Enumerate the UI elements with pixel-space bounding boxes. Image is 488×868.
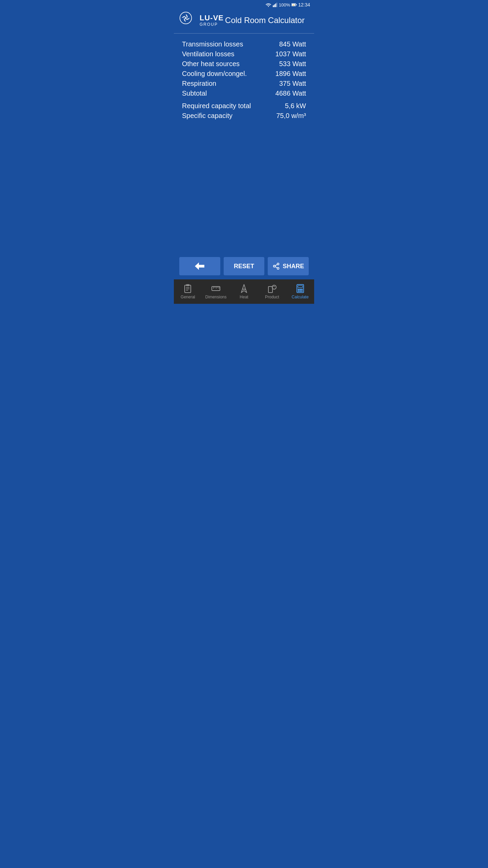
svg-point-12 [277,263,279,265]
svg-rect-36 [298,291,299,292]
svg-rect-35 [301,289,303,290]
cooling-label: Cooling down/congel. [182,70,247,78]
transmission-label: Transmission losses [182,40,243,48]
nav-item-calculate[interactable]: Calculate [286,279,314,304]
status-bar: 100% ⚡ 12:34 [174,0,314,9]
subtotal-value: 4686 Watt [276,90,306,97]
product-icon [267,284,277,293]
share-icon [272,262,280,270]
logo-text: LU-VE GROUP [200,14,224,26]
row-other-heat: Other heat sources 533 Watt [182,60,306,68]
heat-icon [239,284,249,293]
share-button[interactable]: SHARE [268,257,309,275]
svg-line-16 [275,264,277,266]
row-respiration: Respiration 375 Watt [182,80,306,87]
ventilation-value: 1037 Watt [276,50,306,58]
svg-rect-38 [301,291,303,292]
svg-rect-33 [298,289,299,290]
clipboard-icon [183,284,192,293]
back-arrow-icon [195,262,204,270]
svg-point-13 [273,265,276,267]
svg-rect-3 [275,4,276,7]
wifi-icon [265,2,271,7]
transmission-value: 845 Watt [279,40,306,48]
cooling-value: 1896 Watt [276,70,306,78]
svg-rect-4 [276,3,277,7]
status-icons: 100% ⚡ 12:34 [265,2,310,7]
nav-label-calculate: Calculate [292,295,309,299]
subtotal-label: Subtotal [182,90,207,97]
bottom-navigation: General Dimensions Heat Product [174,279,314,304]
svg-text:⚡: ⚡ [292,4,295,6]
svg-rect-1 [273,5,274,7]
svg-line-15 [275,267,277,268]
svg-marker-11 [195,262,204,270]
svg-point-14 [277,268,279,270]
nav-label-heat: Heat [240,295,248,299]
row-required-capacity: Required capacity total 5,6 kW [182,102,306,110]
nav-label-dimensions: Dimensions [205,295,227,299]
results-content: Transmission losses 845 Watt Ventilation… [174,34,314,253]
svg-marker-28 [241,284,247,293]
logo-container: LU-VE GROUP [179,12,224,29]
respiration-value: 375 Watt [279,80,306,87]
battery-icon: ⚡ [291,2,297,7]
ventilation-label: Ventilation losses [182,50,235,58]
nav-item-heat[interactable]: Heat [230,279,258,304]
row-specific-capacity: Specific capacity 75,0 w/m³ [182,112,306,120]
ruler-icon [211,284,221,293]
svg-rect-34 [300,289,301,290]
svg-rect-32 [298,285,303,288]
nav-item-product[interactable]: Product [258,279,286,304]
row-transmission: Transmission losses 845 Watt [182,40,306,48]
row-subtotal: Subtotal 4686 Watt [182,90,306,97]
reset-button[interactable]: RESET [224,257,265,275]
svg-rect-2 [274,4,275,7]
action-buttons-bar: RESET SHARE [174,253,314,279]
required-capacity-label: Required capacity total [182,102,251,110]
other-heat-label: Other heat sources [182,60,240,68]
nav-item-dimensions[interactable]: Dimensions [202,279,230,304]
app-header: LU-VE GROUP Cold Room Calculator [174,9,314,34]
row-ventilation: Ventilation losses 1037 Watt [182,50,306,58]
nav-label-product: Product [265,295,279,299]
specific-capacity-label: Specific capacity [182,112,232,120]
specific-capacity-value: 75,0 w/m³ [276,112,306,120]
status-time: 12:34 [298,2,310,7]
calculator-icon [296,284,305,293]
luve-logo-icon [179,12,197,29]
svg-point-10 [185,17,186,19]
svg-rect-37 [300,291,301,292]
signal-icon [273,2,278,7]
back-button[interactable] [179,257,220,275]
svg-rect-7 [296,4,297,5]
respiration-label: Respiration [182,80,216,87]
page-title: Cold Room Calculator [224,16,309,25]
row-cooling: Cooling down/congel. 1896 Watt [182,70,306,78]
nav-item-general[interactable]: General [174,279,202,304]
other-heat-value: 533 Watt [279,60,306,68]
battery-percent: 100% [279,2,290,7]
svg-point-0 [268,6,269,7]
required-capacity-value: 5,6 kW [285,102,306,110]
nav-label-general: General [181,295,195,299]
